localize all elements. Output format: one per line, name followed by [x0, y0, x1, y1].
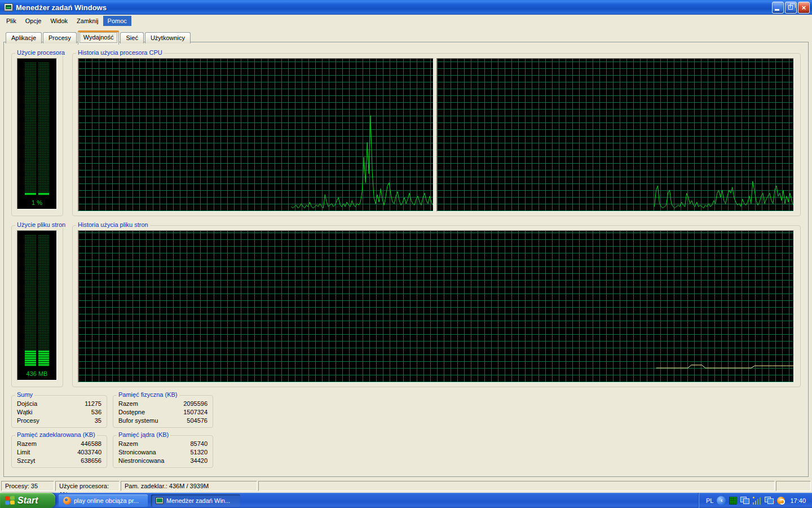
stat-value: 1507324 [183, 408, 208, 417]
tab-performance[interactable]: Wydajność [78, 30, 120, 45]
cpu-usage-group: Użycie procesora 1 % [11, 53, 63, 216]
taskbar: Start play online obciąża pr... Menedżer… [0, 493, 812, 508]
tab-applications[interactable]: Aplikacje [6, 32, 42, 43]
stat-label: Dojścia [17, 400, 37, 408]
stat-value: 34420 [190, 457, 208, 465]
wireless-signal-tray-icon[interactable] [753, 497, 761, 505]
stat-value: 2095596 [183, 400, 208, 408]
stat-value: 536 [91, 408, 102, 417]
pagefile-usage-value: 436 MB [17, 370, 56, 377]
stat-label: Wątki [17, 408, 33, 417]
task-manager-icon [4, 3, 13, 11]
stat-label: Bufor systemu [118, 417, 158, 425]
stat-label: Szczyt [17, 457, 35, 465]
stat-label: Dostępne [118, 408, 145, 417]
pagefile-gauge-led-area [25, 234, 49, 366]
stat-row-peak: Szczyt638656 [17, 457, 102, 465]
status-cpu-usage: Użycie procesora: 1% [55, 481, 120, 491]
hide-icons-chevron-icon[interactable]: ‹ [717, 496, 726, 505]
menu-help[interactable]: Pomoc [103, 16, 131, 26]
cpu-usage-gauge: 1 % [17, 58, 57, 209]
cpu-usage-group-title: Użycie procesora [15, 49, 67, 56]
menu-shutdown[interactable]: Zamknij [72, 16, 103, 26]
stat-value: 4033740 [77, 448, 102, 457]
status-empty-panel [258, 481, 775, 491]
close-button[interactable]: × [798, 2, 810, 14]
status-processes: Procesy: 35 [1, 481, 54, 491]
firefox-icon [63, 497, 71, 505]
stat-row-limit: Limit4033740 [17, 448, 102, 457]
cpu-history-graph-1 [78, 58, 434, 212]
stat-row-available: Dostępne1507324 [118, 408, 208, 417]
system-tray: PL ‹ × 17:40 [699, 493, 812, 508]
pagefile-usage-gauge: 436 MB [17, 230, 57, 380]
taskbar-button-task-manager[interactable]: Menedżer zadań Win... [151, 494, 240, 507]
network-disconnected-tray-icon[interactable]: × [765, 497, 774, 504]
stat-value: 35 [95, 417, 102, 425]
status-empty-panel [776, 481, 811, 491]
stat-value: 85740 [190, 440, 208, 448]
restore-icon [788, 5, 793, 10]
cpu-history-group-title: Historia użycia procesora CPU [76, 49, 164, 56]
stat-row-total: Razem2095596 [118, 400, 208, 408]
language-indicator[interactable]: PL [706, 497, 713, 504]
start-button[interactable]: Start [0, 493, 55, 508]
menu-view[interactable]: Widok [46, 16, 72, 26]
restore-button[interactable] [785, 2, 797, 14]
group-commit-charge-title: Pamięć zadeklarowana (KB) [15, 431, 97, 438]
cpu-history-polyline-2 [437, 59, 793, 211]
clock: 17:40 [790, 497, 806, 504]
pagefile-gauge-led-column [25, 234, 36, 366]
stat-row-total: Razem446588 [17, 440, 102, 448]
cpu-gauge-led-column [25, 62, 36, 195]
taskbar-button-firefox[interactable]: play online obciąża pr... [59, 494, 148, 507]
group-kernel-memory: Pamięć jądra (KB) Razem85740 Stronicowan… [113, 435, 213, 468]
stat-value: 446588 [81, 440, 102, 448]
cpu-history-group: Historia użycia procesora CPU [72, 53, 801, 216]
stat-value: 11275 [85, 400, 102, 408]
task-manager-icon [156, 497, 164, 504]
group-physical-memory: Pamięć fizyczna (KB) Razem2095596 Dostęp… [113, 395, 213, 428]
cpu-history-graph-2 [436, 58, 794, 212]
stat-row-threads: Wątki536 [17, 408, 102, 417]
status-commit-charge: Pam. zadeklar.: 436M / 3939M [121, 481, 257, 491]
taskbar-button-label: Menedżer zadań Win... [166, 497, 230, 504]
cpu-history-polyline-1 [78, 59, 433, 211]
cpu-gauge-lit-segments [25, 192, 36, 195]
tab-users[interactable]: Użytkownicy [145, 32, 191, 43]
stat-row-system-cache: Bufor systemu504576 [118, 417, 208, 425]
tab-processes[interactable]: Procesy [43, 32, 77, 43]
cpu-gauge-lit-segments [38, 192, 50, 195]
taskbar-button-label: play online obciąża pr... [74, 497, 139, 504]
task-manager-window: Menedżer zadań Windows × Plik Opcje Wido… [0, 0, 812, 493]
start-button-label: Start [17, 496, 43, 506]
tab-networking[interactable]: Sieć [120, 32, 143, 43]
pagefile-gauge-lit-segments [25, 351, 36, 366]
group-commit-charge: Pamięć zadeklarowana (KB) Razem446588 Li… [11, 435, 107, 468]
pagefile-gauge-led-column [38, 234, 50, 366]
pagefile-history-group-title: Historia użycia pliku stron [76, 221, 150, 228]
stat-row-processes: Procesy35 [17, 417, 102, 425]
tab-strip: Aplikacje Procesy Wydajność Sieć Użytkow… [6, 29, 192, 43]
pagefile-gauge-lit-segments [38, 351, 50, 366]
group-totals: Sumy Dojścia11275 Wątki536 Procesy35 [11, 395, 107, 428]
stat-row-nonpaged: Niestronicowana34420 [118, 457, 208, 465]
network-tray-icon[interactable] [740, 497, 749, 504]
menu-file[interactable]: Plik [2, 16, 21, 26]
group-kernel-memory-title: Pamięć jądra (KB) [117, 431, 170, 438]
cpu-usage-value: 1 % [17, 199, 56, 206]
group-totals-title: Sumy [15, 391, 34, 398]
stat-label: Razem [17, 440, 37, 448]
status-bar: Procesy: 35 Użycie procesora: 1% Pam. za… [0, 480, 812, 493]
stat-row-total: Razem85740 [118, 440, 208, 448]
menu-bar: Plik Opcje Widok Zamknij Pomoc [0, 15, 812, 27]
menu-options[interactable]: Opcje [21, 16, 46, 26]
title-bar[interactable]: Menedżer zadań Windows × [0, 0, 812, 15]
window-title: Menedżer zadań Windows [16, 3, 772, 12]
stat-label: Stronicowana [118, 448, 156, 457]
pagefile-usage-group: Użycie pliku stron 436 MB [11, 225, 63, 387]
minimize-button[interactable] [772, 2, 784, 14]
orange-app-tray-icon[interactable] [777, 497, 785, 505]
cpu-meter-tray-icon[interactable] [729, 497, 737, 505]
stat-label: Niestronicowana [118, 457, 164, 465]
